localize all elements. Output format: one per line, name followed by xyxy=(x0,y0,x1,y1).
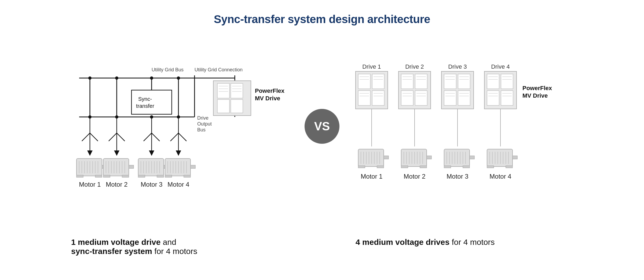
svg-rect-146 xyxy=(487,74,499,89)
svg-rect-207 xyxy=(513,156,517,159)
svg-line-41 xyxy=(109,133,117,141)
svg-text:transfer: transfer xyxy=(136,103,154,109)
vs-circle: VS xyxy=(305,109,339,144)
left-motor4-label: Motor 4 xyxy=(167,181,189,188)
svg-rect-81 xyxy=(122,175,129,177)
svg-rect-122 xyxy=(401,91,413,105)
svg-rect-195 xyxy=(470,156,474,159)
svg-rect-197 xyxy=(463,166,470,168)
left-powerflex-label: PowerFlex xyxy=(255,87,285,94)
svg-rect-9 xyxy=(131,90,172,114)
svg-rect-105 xyxy=(184,175,191,177)
left-sync-bold: sync-transfer system xyxy=(71,247,152,256)
svg-rect-109 xyxy=(358,91,370,105)
svg-rect-107 xyxy=(358,74,370,89)
svg-rect-136 xyxy=(458,91,470,105)
right-mv-drive-label: MV Drive xyxy=(522,92,548,99)
svg-rect-209 xyxy=(506,166,513,168)
right-diagram-svg: Drive 1 Drive 2 Drive 3 Drive 4 xyxy=(339,34,597,227)
svg-marker-45 xyxy=(114,150,119,156)
right-motor1-label: Motor 1 xyxy=(361,173,382,180)
svg-marker-39 xyxy=(87,150,93,156)
svg-rect-79 xyxy=(129,165,134,168)
svg-rect-149 xyxy=(501,91,513,105)
svg-rect-104 xyxy=(165,175,172,177)
right-motor2-label: Motor 2 xyxy=(404,173,425,180)
svg-rect-148 xyxy=(487,91,499,105)
svg-rect-147 xyxy=(501,74,513,89)
left-diagram-svg: Utility Grid Bus Utility Grid Connection xyxy=(63,34,305,227)
svg-line-36 xyxy=(90,133,98,141)
svg-rect-17 xyxy=(231,83,243,98)
svg-rect-133 xyxy=(444,74,456,89)
svg-line-48 xyxy=(152,133,160,141)
right-powerflex-label: PowerFlex xyxy=(522,85,552,91)
svg-rect-196 xyxy=(444,166,451,168)
svg-rect-19 xyxy=(231,100,243,113)
svg-line-53 xyxy=(170,133,178,141)
svg-rect-108 xyxy=(372,74,384,89)
right-drive3-label: Drive 3 xyxy=(448,63,467,70)
left-diagram: Utility Grid Bus Utility Grid Connection xyxy=(63,34,305,238)
utility-grid-conn-label: Utility Grid Connection xyxy=(195,67,243,72)
right-drive1-label: Drive 1 xyxy=(362,63,381,70)
right-diagram: Drive 1 Drive 2 Drive 3 Drive 4 xyxy=(339,34,581,238)
right-caption-text: for 4 motors xyxy=(449,238,495,246)
svg-rect-103 xyxy=(191,165,195,168)
svg-rect-16 xyxy=(217,83,229,98)
svg-text:Output: Output xyxy=(197,121,212,127)
right-motor4-label: Motor 4 xyxy=(489,173,511,180)
svg-rect-185 xyxy=(420,166,427,168)
left-motor2-label: Motor 2 xyxy=(106,181,127,188)
svg-rect-68 xyxy=(76,175,83,177)
svg-rect-135 xyxy=(444,91,456,105)
left-caption-and: and xyxy=(160,238,176,246)
svg-rect-121 xyxy=(415,74,427,89)
right-caption-bold: 4 medium voltage drives xyxy=(356,238,449,246)
svg-line-42 xyxy=(117,133,125,141)
svg-rect-208 xyxy=(487,166,494,168)
svg-marker-57 xyxy=(176,150,181,156)
svg-rect-173 xyxy=(377,166,384,168)
vs-label: VS xyxy=(314,120,330,133)
svg-rect-120 xyxy=(401,74,413,89)
svg-text:Sync-: Sync- xyxy=(138,96,152,102)
svg-text:Bus: Bus xyxy=(197,127,206,132)
svg-rect-172 xyxy=(358,166,365,168)
svg-line-47 xyxy=(144,133,152,141)
svg-rect-92 xyxy=(138,175,145,177)
svg-marker-51 xyxy=(149,150,154,156)
utility-grid-bus-label: Utility Grid Bus xyxy=(152,67,184,72)
right-motor3-label: Motor 3 xyxy=(447,173,468,180)
svg-rect-184 xyxy=(401,166,408,168)
left-motor3-label: Motor 3 xyxy=(141,181,162,188)
page-title: Sync-transfer system design architecture xyxy=(0,0,644,26)
right-drive4-label: Drive 4 xyxy=(491,63,510,70)
svg-text:Drive: Drive xyxy=(197,115,208,121)
svg-rect-69 xyxy=(95,175,102,177)
right-caption: 4 medium voltage drives for 4 motors xyxy=(356,238,495,246)
main-content: Utility Grid Bus Utility Grid Connection xyxy=(0,34,644,256)
svg-rect-93 xyxy=(157,175,164,177)
svg-line-54 xyxy=(178,133,186,141)
svg-rect-171 xyxy=(384,156,389,159)
svg-rect-110 xyxy=(372,91,384,105)
left-caption: 1 medium voltage drive and sync-transfer… xyxy=(71,238,197,256)
right-drive2-label: Drive 2 xyxy=(405,63,424,70)
left-mv-drive-label: MV Drive xyxy=(255,95,280,102)
svg-rect-123 xyxy=(415,91,427,105)
svg-rect-183 xyxy=(427,156,431,159)
left-caption-for: for 4 motors xyxy=(152,247,197,256)
left-motor1-label: Motor 1 xyxy=(79,181,101,188)
left-caption-bold: 1 medium voltage drive xyxy=(71,238,160,246)
svg-rect-134 xyxy=(458,74,470,89)
svg-rect-80 xyxy=(103,175,110,177)
svg-line-35 xyxy=(82,133,90,141)
svg-rect-18 xyxy=(217,100,229,113)
